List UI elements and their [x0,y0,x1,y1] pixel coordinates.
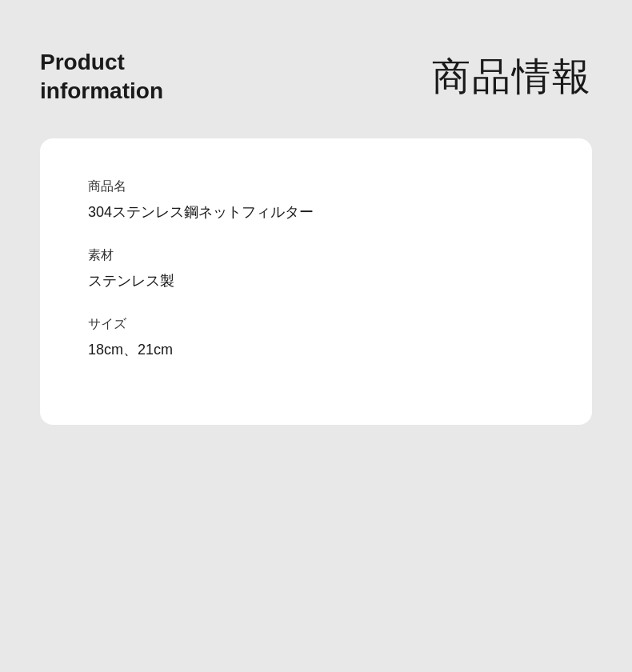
size-label: サイズ [88,316,544,333]
material-label: 素材 [88,247,544,264]
size-value: 18cm、21cm [88,339,544,361]
material-value: ステンレス製 [88,270,544,292]
material-field: 素材 ステンレス製 [88,247,544,292]
page-header: Product information 商品情報 [40,48,592,106]
page-title-ja: 商品情報 [432,51,592,102]
product-name-field: 商品名 304ステンレス鋼ネットフィルター [88,178,544,223]
page-title-en: Product information [40,48,163,106]
size-field: サイズ 18cm、21cm [88,316,544,361]
product-info-card: 商品名 304ステンレス鋼ネットフィルター 素材 ステンレス製 サイズ 18cm… [40,138,592,425]
product-name-value: 304ステンレス鋼ネットフィルター [88,202,544,223]
product-name-label: 商品名 [88,178,544,195]
